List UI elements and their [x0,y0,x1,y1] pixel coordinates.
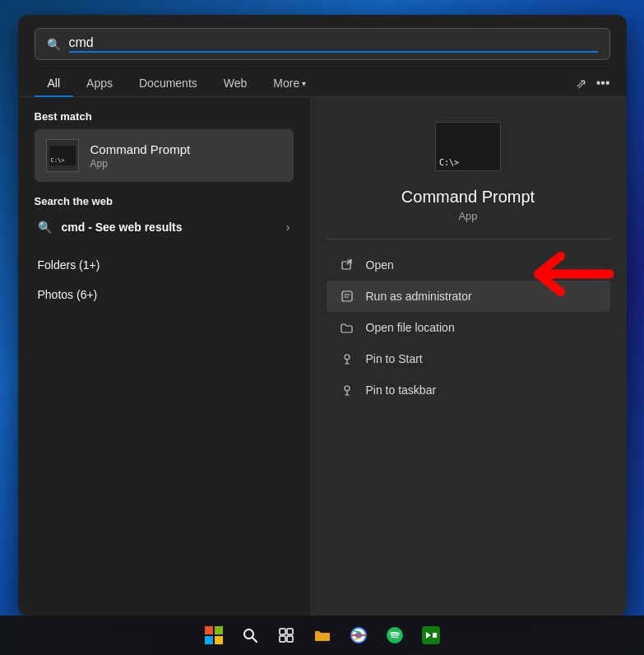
taskbar-xbox-button[interactable] [415,619,447,652]
right-app-name: Command Prompt [401,188,535,207]
best-match-item[interactable]: Command Prompt App [35,129,294,182]
folder-icon [340,320,354,335]
svg-rect-9 [287,636,293,642]
xbox-icon [422,626,440,644]
open-label: Open [366,258,394,272]
svg-point-3 [345,386,350,391]
web-search-label: Search the web [35,195,294,207]
windows-logo-icon [205,626,223,644]
search-bar[interactable]: 🔍 cmd [35,28,610,60]
search-input[interactable]: cmd [69,35,598,53]
svg-rect-8 [280,636,285,642]
taskbar-search-icon [242,627,258,643]
open-icon [340,258,354,272]
red-arrow-indicator [512,241,619,307]
win-logo-cell-2 [215,626,223,634]
tab-icon-area: ⇗ ••• [576,76,610,91]
tab-documents[interactable]: Documents [126,70,211,96]
file-explorer-icon [313,628,331,643]
pin-to-taskbar-label: Pin to taskbar [366,383,437,397]
tab-web[interactable]: Web [211,70,261,96]
right-divider [327,239,610,239]
run-as-admin-label: Run as administrator [366,290,472,303]
taskbar-spotify-button[interactable] [378,619,411,652]
tab-more[interactable]: More [260,70,319,96]
win-logo-cell-1 [205,626,213,634]
browser-icon [350,626,368,644]
best-match-label: Best match [35,110,294,123]
tab-more-icon[interactable]: ••• [596,76,610,91]
svg-line-5 [252,638,257,643]
taskbar-search-button[interactable] [234,619,266,652]
taskbar-file-explorer-button[interactable] [306,619,339,652]
web-search-magnifier-icon: 🔍 [38,221,52,234]
web-search-query: cmd [62,221,86,234]
right-app-type: App [458,210,477,222]
left-panel: Best match Command Prompt App Search the… [18,97,310,616]
svg-rect-1 [342,291,352,301]
tab-all[interactable]: All [35,70,74,96]
tab-apps[interactable]: Apps [73,70,126,96]
task-view-icon [278,627,294,643]
web-search-item[interactable]: 🔍 cmd - See web results › [35,214,294,240]
web-search-section: Search the web 🔍 cmd - See web results › [35,195,294,240]
photos-label[interactable]: Photos (6+) [35,283,294,306]
pin-taskbar-icon [340,383,354,397]
search-icon: 🔍 [47,38,61,51]
web-search-suffix: - See web results [85,221,182,234]
context-open-file-location[interactable]: Open file location [327,312,610,343]
desktop: 🔍 cmd All Apps Documents Web More ⇗ ••• … [0,0,644,655]
best-match-name: Command Prompt [90,142,282,156]
taskbar-start-button[interactable] [197,619,230,652]
best-match-info: Command Prompt App [90,142,282,170]
tab-share-icon[interactable]: ⇗ [576,76,586,91]
cmd-icon-inner [49,146,76,165]
folders-section: Folders (1+) [35,253,294,276]
context-pin-to-taskbar[interactable]: Pin to taskbar [327,374,610,406]
win-logo-cell-4 [215,636,223,644]
web-search-text: cmd - See web results [62,221,276,234]
main-content: Best match Command Prompt App Search the… [18,97,627,616]
right-panel: Command Prompt App Open [310,97,627,616]
taskbar [0,616,644,655]
win-logo-cell-3 [205,636,213,644]
shield-icon [340,289,354,304]
pin-start-icon [340,351,354,366]
svg-rect-7 [287,629,293,634]
svg-rect-14 [433,633,437,638]
cmd-icon [46,139,79,172]
cmd-preview-icon [435,122,501,171]
svg-point-2 [345,355,350,360]
spotify-icon [386,626,404,644]
start-menu: 🔍 cmd All Apps Documents Web More ⇗ ••• … [18,15,627,616]
taskbar-task-view-button[interactable] [270,619,303,652]
svg-rect-0 [342,262,350,269]
pin-to-start-label: Pin to Start [366,352,423,365]
photos-section: Photos (6+) [35,283,294,306]
open-file-location-label: Open file location [366,321,455,334]
svg-rect-6 [280,629,285,634]
taskbar-browser-button[interactable] [342,619,375,652]
web-search-arrow-icon: › [286,221,290,234]
filter-tabs: All Apps Documents Web More ⇗ ••• [18,70,627,97]
context-pin-to-start[interactable]: Pin to Start [327,343,610,374]
best-match-type: App [90,158,282,170]
folders-label[interactable]: Folders (1+) [35,253,294,276]
